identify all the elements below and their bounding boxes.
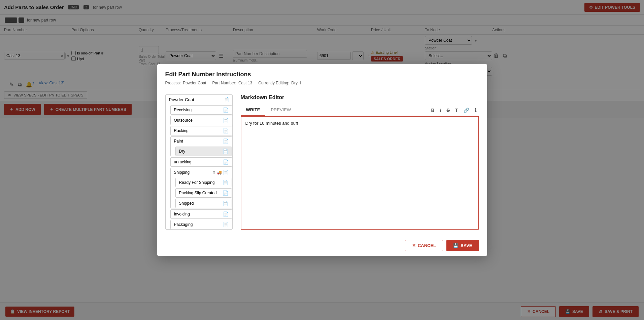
racking-doc-icon: 📄 (223, 128, 229, 133)
tree-root-label[interactable]: Powder Coat 📄 (166, 95, 232, 104)
tree-root: Powder Coat 📄 Receiving 📄 (165, 94, 233, 230)
paint-children: Dry 📄 (175, 147, 232, 156)
tree-sub-shipped: Shipped 📄 (175, 199, 232, 208)
tab-write[interactable]: WRITE (241, 105, 266, 116)
markdown-editor-title: Markdown Editor (241, 94, 479, 101)
title-button[interactable]: T (454, 107, 460, 114)
tree-item-receiving-label[interactable]: Receiving 📄 (171, 106, 232, 114)
markdown-editor-area: Dry for 10 minutes and buff (241, 116, 479, 230)
packing-doc-icon: 📄 (223, 190, 228, 196)
tree-item-unracking-label[interactable]: unracking 📄 (171, 158, 232, 166)
tree-panel: Powder Coat 📄 Receiving 📄 (165, 94, 233, 230)
tree-item-packaging-label[interactable]: Packaging 📄 (171, 220, 232, 229)
modal-meta: Process: Powder Coat Part Number: Cast 1… (165, 81, 479, 85)
tree-children: Receiving 📄 Outsource 📄 (170, 105, 232, 229)
tree-item-racking-label[interactable]: Racking 📄 (171, 126, 232, 135)
italic-button[interactable]: I (439, 107, 443, 114)
shipped-doc-icon: 📄 (223, 201, 228, 206)
modal-cancel-x-icon: ✕ (412, 243, 416, 248)
modal-title: Edit Part Number Instructions (165, 71, 479, 78)
tree-sub-ready-label[interactable]: Ready For Shipping 📄 (176, 178, 232, 187)
modal-overlay: Edit Part Number Instructions Process: P… (0, 0, 644, 320)
modal-save-button[interactable]: 💾 SAVE (446, 240, 479, 251)
modal-cancel-label: CANCEL (418, 243, 436, 248)
modal-footer: ✕ CANCEL 💾 SAVE (157, 235, 487, 256)
process-meta-value: Powder Coat (183, 81, 206, 85)
tree-sub-dry-label[interactable]: Dry 📄 (176, 147, 232, 156)
modal-cancel-button[interactable]: ✕ CANCEL (405, 240, 443, 251)
markdown-tabs: WRITE PREVIEW (241, 105, 297, 116)
shipping-icon-2: 🚚 (217, 170, 222, 175)
strikethrough-button[interactable]: S (445, 107, 451, 114)
tree-sub-item-dry: Dry 📄 (175, 147, 232, 156)
tree-sub-packing-label[interactable]: Packing Slip Created 📄 (176, 189, 232, 197)
paint-doc-icon: 📄 (223, 138, 229, 144)
part-number-meta-value: Cast 13 (238, 81, 252, 85)
markdown-editor-panel: Markdown Editor WRITE PREVIEW B I S T 🔗 (241, 94, 479, 230)
tree-item-receiving: Receiving 📄 (170, 105, 232, 115)
tree-item-outsource-label[interactable]: Outsource 📄 (171, 116, 232, 125)
tab-preview[interactable]: PREVIEW (265, 105, 296, 116)
unracking-doc-icon: 📄 (223, 159, 229, 165)
receiving-doc-icon: 📄 (223, 107, 229, 113)
shipping-doc-icon: 📄 (223, 170, 229, 175)
info-format-button[interactable]: ℹ (473, 107, 478, 114)
markdown-toolbar: WRITE PREVIEW B I S T 🔗 ℹ (241, 105, 479, 116)
tree-root-doc-icon: 📄 (223, 97, 229, 102)
tree-item-shipping: Shipping ⇑ 🚚 📄 (170, 168, 232, 208)
tree-item-paint-label[interactable]: Paint 📄 (171, 137, 232, 146)
tree-sub-ready-for-shipping: Ready For Shipping 📄 (175, 178, 232, 187)
tree-sub-packing-slip: Packing Slip Created 📄 (175, 188, 232, 198)
modal-save-label: SAVE (461, 243, 472, 248)
tree-item-invoicing-label[interactable]: Invoicing 📄 (171, 210, 232, 218)
modal-body: Powder Coat 📄 Receiving 📄 (157, 89, 487, 235)
info-icon[interactable]: ℹ (300, 81, 301, 85)
outsource-doc-icon: 📄 (223, 118, 229, 123)
part-number-meta-label: Part Number: (212, 81, 236, 85)
dry-doc-icon: 📄 (223, 149, 228, 154)
modal-header: Edit Part Number Instructions Process: P… (157, 64, 487, 89)
tree-item-paint: Paint 📄 Dry 📄 (170, 136, 232, 156)
link-button[interactable]: 🔗 (462, 107, 471, 114)
currently-editing-label: Currently Editing: (258, 81, 289, 85)
tree-item-unracking: unracking 📄 (170, 157, 232, 167)
shipping-icon-1: ⇑ (212, 170, 216, 175)
invoicing-doc-icon: 📄 (223, 211, 229, 217)
process-meta-label: Process: (165, 81, 181, 85)
shipping-children: Ready For Shipping 📄 Packing Slip Create… (175, 178, 232, 208)
packaging-doc-icon: 📄 (223, 222, 229, 227)
modal-save-icon: 💾 (453, 243, 459, 248)
modal-dialog: Edit Part Number Instructions Process: P… (157, 64, 487, 256)
tree-item-racking: Racking 📄 (170, 126, 232, 135)
shipping-icons: ⇑ 🚚 📄 (212, 170, 229, 175)
ready-doc-icon: 📄 (223, 180, 228, 185)
tree-item-shipping-label[interactable]: Shipping ⇑ 🚚 📄 (171, 168, 232, 177)
markdown-textarea[interactable]: Dry for 10 minutes and buff (241, 117, 478, 229)
tree-item-packaging: Packaging 📄 (170, 220, 232, 229)
tree-item-outsource: Outsource 📄 (170, 116, 232, 125)
tree-item-invoicing: Invoicing 📄 (170, 209, 232, 219)
currently-editing-value: Dry (291, 81, 298, 85)
tree-sub-shipped-label[interactable]: Shipped 📄 (176, 199, 232, 208)
bold-button[interactable]: B (430, 107, 436, 114)
markdown-format-buttons: B I S T 🔗 ℹ (430, 107, 479, 114)
